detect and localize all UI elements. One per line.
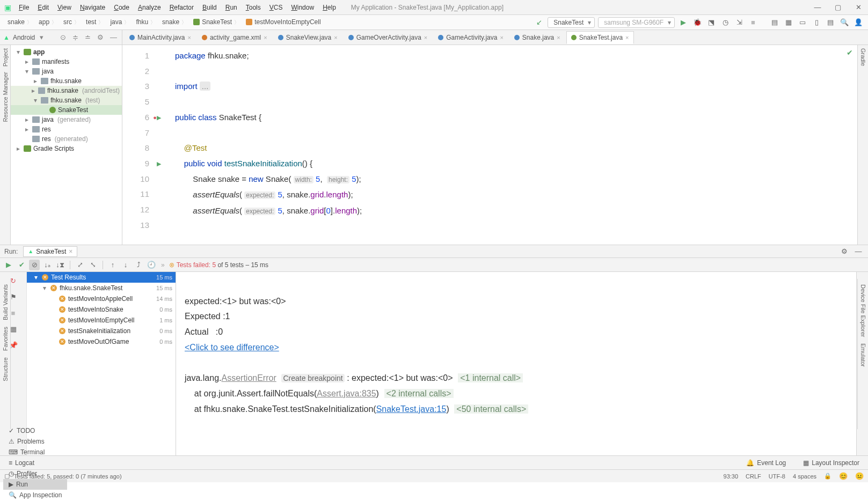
editor-content[interactable]: package fhku.snake; import ... public cl… [170, 45, 857, 245]
cursor-position[interactable]: 93:30 [724, 473, 739, 480]
next-failed-icon[interactable]: ↓ [120, 260, 131, 270]
menu-build[interactable]: Build [198, 4, 221, 11]
menu-code[interactable]: Code [110, 4, 134, 11]
search-everywhere-icon[interactable]: 🔍 [839, 17, 850, 28]
tree-row[interactable]: ▸ Gradle Scripts [11, 144, 122, 153]
close-icon[interactable]: × [625, 34, 629, 41]
indent-label[interactable]: 4 spaces [793, 473, 816, 480]
project-tool-tab[interactable]: Project [2, 48, 9, 67]
menu-refactor[interactable]: Refactor [165, 4, 198, 11]
close-icon[interactable]: × [334, 34, 337, 41]
run-button[interactable]: ▶ [678, 17, 689, 28]
editor-tab[interactable]: Snake.java × [509, 31, 565, 44]
menu-edit[interactable]: Edit [33, 4, 53, 11]
line-separator[interactable]: CRLF [746, 473, 761, 480]
avd-manager-icon[interactable]: ▤ [769, 17, 780, 28]
select-opened-icon[interactable]: ⊙ [59, 33, 68, 41]
emulator-tab[interactable]: Emulator [860, 343, 866, 367]
collapse-all-icon[interactable]: ≐ [83, 33, 92, 41]
breadcrumb-item[interactable]: snake [159, 18, 190, 26]
bottom-tab-terminal[interactable]: ⌨Terminal [3, 447, 67, 458]
test-row[interactable]: testMoveIntoEmptyCell 1 ms [27, 315, 176, 326]
run-gutter-icon[interactable]: ▶ [157, 156, 161, 172]
close-icon[interactable]: × [69, 248, 72, 255]
rerun-button[interactable]: ▶ [3, 260, 14, 270]
breadcrumb-item[interactable]: snake [4, 18, 35, 26]
sort-alpha-icon[interactable]: ↓ₐ [42, 260, 53, 270]
resource-manager-tool-tab[interactable]: Resource Manager [2, 72, 9, 122]
editor-tab[interactable]: GameActivity.java × [433, 31, 508, 44]
breadcrumb-item[interactable]: test [83, 18, 107, 26]
memory-indicator-icon[interactable]: 😊 [839, 472, 848, 480]
sync-icon[interactable]: ↙ [534, 17, 544, 28]
test-row[interactable]: testMoveOutOfGame 0 ms [27, 336, 176, 347]
run-debug-gutter-icon[interactable]: ●▶ [153, 110, 161, 126]
editor-gutter[interactable]: 12356●▶789▶10111213 [122, 45, 155, 245]
close-icon[interactable]: × [264, 34, 267, 41]
breadcrumb-item[interactable]: SnakeTest [190, 18, 243, 26]
device-file-explorer-tab[interactable]: Device File Explorer [860, 284, 866, 337]
prev-failed-icon[interactable]: ↑ [107, 260, 118, 270]
menu-file[interactable]: File [14, 4, 33, 11]
create-breakpoint-button[interactable]: Create breakpoint [281, 374, 344, 382]
test-history-icon[interactable]: 🕘 [146, 260, 157, 270]
editor-tab[interactable]: SnakeView.java × [273, 31, 342, 44]
editor-tab[interactable]: activity_game.xml × [197, 31, 272, 44]
run-tab[interactable]: ▲ SnakeTest × [23, 246, 77, 257]
project-tree[interactable]: ▾ app ▸ manifests ▾ java ▸ fhku.snake ▸ … [11, 45, 122, 245]
bottom-tab-problems[interactable]: ⚠Problems [3, 436, 67, 447]
settings-icon[interactable]: ⚙ [96, 33, 105, 41]
close-icon[interactable]: × [187, 34, 191, 41]
attach-debugger-icon[interactable]: ⇲ [734, 17, 745, 28]
stop-button[interactable]: ■ [748, 17, 758, 28]
bottom-tab-run[interactable]: ▶Run [3, 479, 67, 490]
hide-icon[interactable]: — [108, 33, 119, 41]
show-passed-icon[interactable]: ✔ [16, 260, 27, 270]
see-difference-link[interactable]: <Click to see difference> [185, 343, 279, 352]
breadcrumb-item[interactable]: app [35, 18, 60, 26]
menu-analyze[interactable]: Analyze [134, 4, 165, 11]
sort-duration-icon[interactable]: ↓⧗ [55, 260, 65, 270]
favorites-tab[interactable]: Favorites [2, 327, 9, 351]
tree-row[interactable]: ▾ app [11, 47, 122, 57]
project-view-label[interactable]: Android [13, 34, 35, 41]
structure-tab[interactable]: Structure [2, 357, 9, 381]
tree-row[interactable]: ▸ res [11, 124, 122, 134]
editor-tab[interactable]: MainActivity.java × [125, 31, 196, 44]
test-console[interactable]: expected:<1> but was:<0> Expected :1 Act… [176, 272, 856, 455]
sdk-manager-icon[interactable]: ▦ [783, 17, 794, 28]
breadcrumb-item[interactable]: src [60, 18, 83, 26]
menu-window[interactable]: Window [287, 4, 318, 11]
expand-all-icon[interactable]: ≑ [71, 33, 80, 41]
minimize-button[interactable]: — [812, 2, 823, 13]
inspections-ok-icon[interactable]: ✔ [847, 48, 853, 57]
editor-tab[interactable]: GameOverActivity.java × [344, 31, 433, 44]
import-tests-icon[interactable]: ⤴ [133, 260, 144, 270]
stacktrace-link[interactable]: SnakeTest.java:15 [376, 404, 447, 414]
debug-button[interactable]: 🐞 [692, 17, 703, 28]
build-variants-tab[interactable]: Build Variants [2, 284, 9, 320]
tree-row[interactable]: ▸ fhku.snake (androidTest) [11, 86, 122, 95]
bottom-tab-logcat[interactable]: ≡Logcat [3, 458, 67, 468]
bottom-tab-todo[interactable]: ✓TODO [3, 425, 67, 436]
tree-row[interactable]: res (generated) [11, 134, 122, 144]
device-combo[interactable]: samsung SM-G960F [598, 17, 675, 28]
ide-status-icon[interactable]: 😐 [855, 472, 864, 480]
test-row[interactable]: testMoveIntoAppleCell 14 ms [27, 293, 176, 304]
menu-view[interactable]: View [53, 4, 76, 11]
test-row[interactable]: ▾ fhku.snake.SnakeTest 15 ms [27, 283, 176, 293]
read-only-icon[interactable]: 🔒 [824, 473, 831, 480]
maximize-button[interactable]: ▢ [833, 2, 843, 13]
menu-help[interactable]: Help [318, 4, 340, 11]
breadcrumb-item[interactable]: testMoveIntoEmptyCell [243, 18, 326, 26]
user-icon[interactable]: 👤 [853, 17, 864, 28]
bottom-tab-app-inspection[interactable]: 🔍App Inspection [3, 490, 67, 500]
close-icon[interactable]: × [424, 34, 427, 41]
expand-all-icon[interactable]: ⤢ [75, 260, 85, 270]
file-encoding[interactable]: UTF-8 [769, 473, 785, 480]
tree-row[interactable]: ▾ java [11, 67, 122, 76]
close-icon[interactable]: × [557, 34, 560, 41]
tree-row[interactable]: ▾ fhku.snake (test) [11, 95, 122, 105]
close-button[interactable]: ✕ [853, 2, 864, 13]
code-editor[interactable]: ✔ 12356●▶789▶10111213 package fhku.snake… [122, 45, 857, 245]
